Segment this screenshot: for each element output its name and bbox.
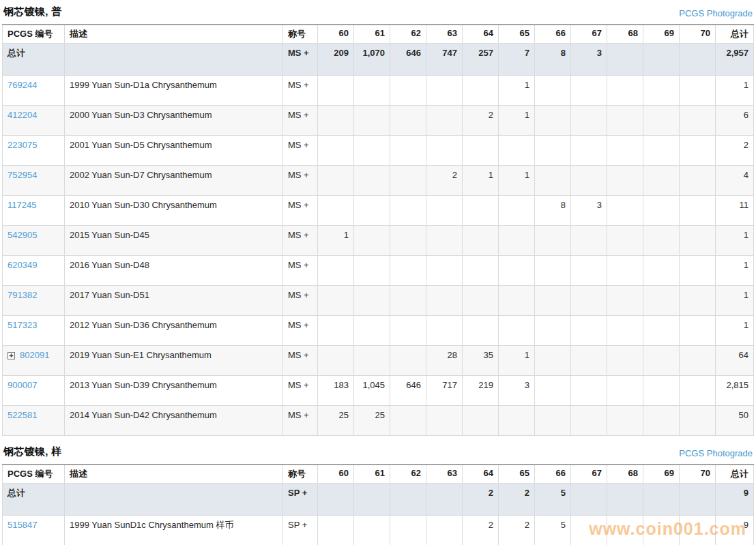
pcgs-id-link[interactable]: 117245: [8, 200, 36, 210]
grade-cell: [680, 166, 716, 196]
id-cell: 522581: [3, 406, 65, 436]
grade-cell: [426, 136, 463, 166]
grade-cell: [463, 256, 499, 286]
grade-cell: [390, 76, 426, 106]
grade-cell: [535, 346, 571, 376]
description-cell: 1999 Yuan SunD1c Chrysanthemum 样币: [65, 516, 283, 545]
grade-cell: [426, 316, 463, 346]
id-cell: 769244: [3, 76, 65, 106]
grade-cell: [643, 316, 680, 346]
grade-cell: [535, 226, 571, 256]
grade-cell: [499, 286, 535, 316]
grade-cell: 183: [318, 376, 354, 406]
total-designation-cell: MS +: [283, 44, 318, 76]
total-description-cell: [65, 44, 283, 76]
grade-cell: [571, 286, 607, 316]
grade-cell: [571, 376, 607, 406]
grade-cell: [571, 316, 607, 346]
grade-cell: [680, 346, 716, 376]
grade-cell: [535, 106, 571, 136]
grade-cell: [643, 136, 680, 166]
table-row: 9000072013 Yuan Sun-D39 ChrysanthemumMS …: [3, 376, 754, 406]
row-total-cell: 4: [716, 166, 754, 196]
section-specimen-strike: 钢芯镀镍, 样 PCGS Photograde PCGS 编号描述称号60616…: [2, 445, 754, 545]
grade-cell: [499, 406, 535, 436]
table-row: 7692441999 Yuan Sun-D1a ChrysanthemumMS …: [3, 76, 754, 106]
grade-cell: [463, 136, 499, 166]
grade-cell: [607, 316, 643, 346]
pcgs-id-link[interactable]: 791382: [8, 290, 37, 300]
grade-cell: [390, 196, 426, 226]
grade-cell: [499, 256, 535, 286]
grade-cell: [499, 196, 535, 226]
column-header: 65: [499, 25, 535, 44]
grade-cell: [680, 136, 716, 166]
grade-cell: [426, 226, 463, 256]
grade-cell: [426, 516, 463, 545]
grade-cell: 717: [426, 376, 463, 406]
grade-cell: [426, 256, 463, 286]
grade-cell: [318, 136, 354, 166]
grade-cell: [680, 376, 716, 406]
total-grade-cell: 5: [535, 484, 571, 516]
description-cell: 2017 Yuan Sun-D51: [65, 286, 283, 316]
grade-cell: [571, 346, 607, 376]
grade-cell: [318, 316, 354, 346]
total-grade-cell: 257: [463, 44, 499, 76]
grade-cell: [607, 226, 643, 256]
row-total-cell: 50: [716, 406, 754, 436]
pcgs-id-link[interactable]: 802091: [20, 350, 49, 360]
designation-cell: MS +: [283, 346, 318, 376]
column-header: PCGS 编号: [3, 25, 65, 44]
designation-cell: MS +: [283, 256, 318, 286]
pcgs-id-link[interactable]: 542905: [8, 230, 37, 240]
grade-cell: 219: [463, 376, 499, 406]
description-cell: 2016 Yuan Sun-D48: [65, 256, 283, 286]
pcgs-id-link[interactable]: 752954: [8, 170, 37, 180]
grade-cell: [318, 256, 354, 286]
pcgs-id-link[interactable]: 620349: [8, 260, 37, 270]
pcgs-id-link[interactable]: 412204: [8, 110, 37, 120]
pcgs-id-link[interactable]: 517323: [8, 320, 37, 330]
photograde-link[interactable]: PCGS Photograde: [679, 448, 753, 458]
total-grade-cell: 747: [426, 44, 463, 76]
pcgs-id-link[interactable]: 522581: [8, 410, 37, 420]
pcgs-id-link[interactable]: 769244: [8, 80, 37, 90]
column-header: 62: [390, 25, 426, 44]
grade-cell: [680, 106, 716, 136]
column-header: 60: [318, 25, 354, 44]
table-row: 2230752001 Yuan Sun-D5 ChrysanthemumMS +…: [3, 136, 754, 166]
grade-cell: [571, 256, 607, 286]
expand-icon[interactable]: +: [8, 352, 15, 359]
pcgs-id-link[interactable]: 515847: [8, 520, 37, 530]
grade-cell: [535, 406, 571, 436]
total-grade-cell: [390, 484, 426, 516]
designation-cell: MS +: [283, 76, 318, 106]
column-header: 63: [426, 465, 463, 484]
grade-cell: [499, 316, 535, 346]
grade-cell: 2: [499, 516, 535, 545]
grade-cell: 25: [354, 406, 390, 436]
designation-cell: MS +: [283, 226, 318, 256]
photograde-link[interactable]: PCGS Photograde: [679, 8, 753, 18]
id-cell: 515847: [3, 516, 65, 545]
id-cell: 900007: [3, 376, 65, 406]
grade-cell: [426, 106, 463, 136]
pcgs-id-link[interactable]: 900007: [8, 380, 37, 390]
grade-cell: [354, 106, 390, 136]
description-cell: 2012 Yuan Sun-D36 Chrysanthemum: [65, 316, 283, 346]
grade-cell: [354, 196, 390, 226]
column-header: 61: [354, 465, 390, 484]
column-header: 64: [463, 465, 499, 484]
row-total-cell: 1: [716, 226, 754, 256]
grade-cell: [571, 76, 607, 106]
total-sum-cell: 2,957: [716, 44, 754, 76]
header-row: PCGS 编号描述称号6061626364656667686970总计: [3, 25, 754, 44]
population-report-page: 钢芯镀镍, 普 PCGS Photograde PCGS 编号描述称号60616…: [2, 5, 754, 545]
description-cell: 2013 Yuan Sun-D39 Chrysanthemum: [65, 376, 283, 406]
grade-cell: [643, 106, 680, 136]
column-header: 70: [680, 25, 716, 44]
column-header: 68: [607, 465, 643, 484]
pcgs-id-link[interactable]: 223075: [8, 140, 37, 150]
grade-cell: [571, 166, 607, 196]
